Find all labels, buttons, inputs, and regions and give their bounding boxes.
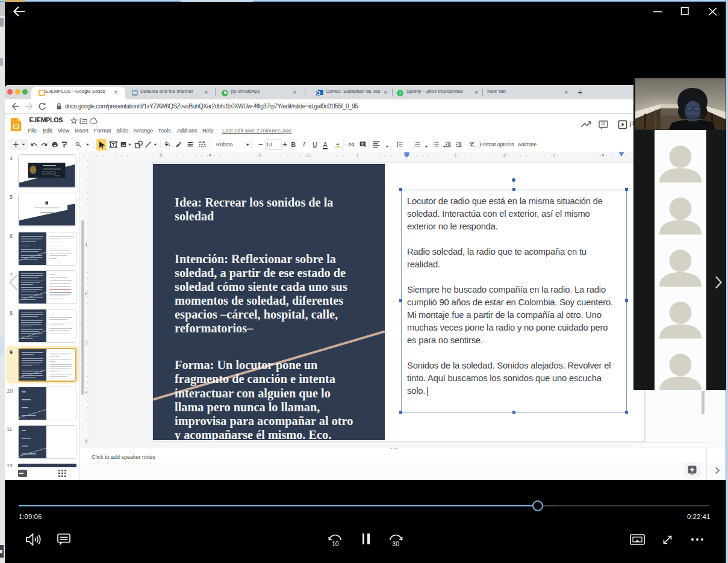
svg-text:30: 30 [392, 540, 399, 547]
svg-text:10: 10 [332, 540, 339, 547]
